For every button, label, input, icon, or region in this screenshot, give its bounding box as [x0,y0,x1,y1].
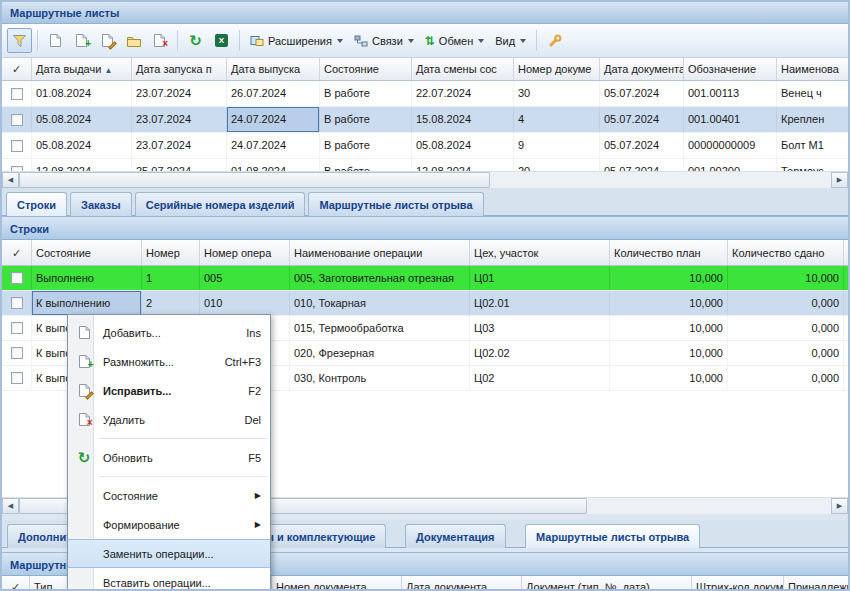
tab-serijnye-nomera-izdelij[interactable]: Серийные номера изделий [135,192,306,216]
scroll-right-button[interactable]: ▶ [831,498,848,514]
table-cell[interactable]: 26.07.2024 [227,81,320,106]
table-cell[interactable]: 22.07.2024 [412,81,514,106]
table-cell[interactable]: 030, Контроль [290,366,470,390]
table-cell[interactable]: 10,000 [610,341,728,365]
table-cell[interactable]: 23.07.2024 [132,81,227,106]
table-cell-focused[interactable]: 24.07.2024 [227,107,320,132]
table-cell[interactable]: 05.07.2024 [600,81,684,106]
table-cell[interactable]: В работе [320,81,412,106]
table-cell[interactable]: 00000000009 [684,133,777,158]
table-cell[interactable]: 01.08.2024 [227,159,320,171]
column-header-state[interactable]: Состояние [320,58,412,80]
column-header-op-name[interactable]: Наименование операции [290,240,470,265]
table-cell[interactable]: 05.08.2024 [32,133,132,158]
table-cell[interactable]: Ц02 [470,366,610,390]
table-cell[interactable]: Ц01 [470,266,610,290]
table-cell[interactable]: 15.08.2024 [412,107,514,132]
table-cell[interactable]: 20 [514,159,600,171]
table-cell[interactable]: В работе [320,133,412,158]
row-checkbox-cell[interactable] [2,291,32,315]
table-cell[interactable]: 1 [142,266,200,290]
table-cell[interactable]: 30 [514,81,600,106]
table-cell[interactable]: 25.07.2024 [132,159,227,171]
checkbox[interactable] [11,347,23,359]
scroll-left-button[interactable]: ◀ [2,172,19,188]
filter-button[interactable] [7,28,32,53]
column-header-doc-date[interactable]: Дата документа [402,576,522,591]
table-cell[interactable]: 005 [200,266,290,290]
table-cell[interactable]: 0,000 [728,291,844,315]
table-cell[interactable]: 05.07.2024 [600,159,684,171]
table-cell[interactable]: 05.08.2024 [412,133,514,158]
excel-export-button[interactable]: X [209,28,234,53]
menu-item-formation[interactable]: Формирование ▶ [68,510,270,539]
checkbox[interactable] [11,140,23,152]
refresh-button[interactable]: ↻ [183,28,208,53]
duplicate-document-button[interactable]: + [69,28,94,53]
column-header-qty-plan[interactable]: Количество план [610,240,728,265]
column-header-designation[interactable]: Обозначение [684,58,777,80]
table-cell[interactable]: Термоус [777,159,848,171]
column-header-belonging[interactable]: Принадлежн [784,576,850,591]
table-cell[interactable]: 0,000 [728,316,844,340]
delete-document-button[interactable]: × [147,28,172,53]
checkbox[interactable] [11,272,23,284]
column-header-state-change-date[interactable]: Дата смены сос [412,58,514,80]
row-checkbox-cell[interactable] [2,366,32,390]
column-header-name[interactable]: Наименова [777,58,850,80]
row-checkbox-cell[interactable] [2,341,32,365]
table-cell[interactable]: Ц02.01 [470,291,610,315]
table-cell[interactable]: 010 [200,291,290,315]
scroll-left-button[interactable]: ◀ [2,498,19,514]
select-all-column-header[interactable]: ✓ [2,240,32,265]
table-cell[interactable]: 05.07.2024 [600,133,684,158]
table-row[interactable]: 12.08.2024 25.07.2024 01.08.2024 В работ… [2,159,848,171]
table-row[interactable]: 01.08.2024 23.07.2024 26.07.2024 В работ… [2,81,848,107]
column-header-release-date[interactable]: Дата выпуска [227,58,320,80]
column-header-doc-date[interactable]: Дата документа [600,58,684,80]
table-cell[interactable]: 9 [514,133,600,158]
table-cell[interactable]: 001.00200 [684,159,777,171]
menu-item-state[interactable]: Состояние ▶ [68,481,270,510]
menu-item-edit[interactable]: Исправить... F2 [68,376,270,405]
checkbox[interactable] [11,322,23,334]
table-cell[interactable]: В работе [320,107,412,132]
table-cell[interactable]: 4 [514,107,600,132]
table-cell[interactable]: 10,000 [728,266,844,290]
settings-button[interactable] [542,28,567,53]
table-row[interactable]: 05.08.2024 23.07.2024 24.07.2024 В работ… [2,133,848,159]
table-cell[interactable]: Ц02.02 [470,341,610,365]
table-cell[interactable]: 12.08.2024 [412,159,514,171]
table-cell[interactable]: 05.08.2024 [32,107,132,132]
table-cell[interactable]: Креплен [777,107,848,132]
table-cell[interactable]: 10,000 [610,266,728,290]
table-cell[interactable]: 24.07.2024 [227,133,320,158]
scroll-right-button[interactable]: ▶ [831,172,848,188]
table-cell[interactable]: 12.08.2024 [32,159,132,171]
table-cell[interactable]: 10,000 [610,366,728,390]
checkbox[interactable] [11,114,23,126]
table-cell[interactable]: 05.07.2024 [600,107,684,132]
table-cell[interactable]: Ц03 [470,316,610,340]
exchange-dropdown[interactable]: ⇅ Обмен [420,28,489,53]
scrollbar-thumb[interactable] [19,172,490,188]
table-cell[interactable]: В работе [320,159,412,171]
extensions-dropdown[interactable]: Расширения [245,28,348,53]
menu-item-replace-operations[interactable]: Заменить операции... [68,539,270,568]
checkbox[interactable] [11,88,23,100]
table-cell[interactable]: 001.00401 [684,107,777,132]
table-cell[interactable]: 005, Заготовительная отрезная [290,266,470,290]
tab-dokumentaciya[interactable]: Документация [405,524,506,548]
column-header-doc-number[interactable]: Номер докуме [514,58,600,80]
table-cell[interactable]: 0,000 [728,366,844,390]
menu-item-delete[interactable]: × Удалить Del [68,405,270,434]
table-cell[interactable]: 0,000 [728,341,844,365]
row-checkbox-cell[interactable] [2,107,32,132]
row-checkbox-cell[interactable] [2,266,32,290]
table-cell[interactable]: 01.08.2024 [32,81,132,106]
column-header-qty-done[interactable]: Количество сдано [728,240,844,265]
table-cell[interactable]: 020, Фрезерная [290,341,470,365]
column-header-issue-date[interactable]: Дата выдачи ▲ [32,58,132,80]
menu-item-refresh[interactable]: ↻ Обновить F5 [68,443,270,472]
column-header-state[interactable]: Состояние [32,240,142,265]
